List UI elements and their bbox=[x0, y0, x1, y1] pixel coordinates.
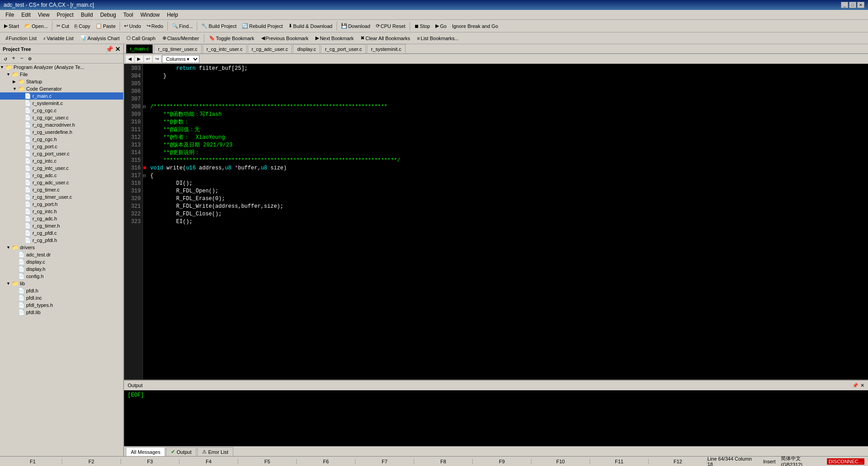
class-member-button[interactable]: ⊕ Class/Member bbox=[159, 33, 203, 43]
next-bookmark-button[interactable]: ▶ Next Bookmark bbox=[312, 33, 357, 43]
menu-item-tool[interactable]: Tool bbox=[120, 10, 137, 20]
tree-item-drivers[interactable]: ▼📁drivers bbox=[0, 244, 123, 251]
tree-item-r_cg_pfdl-h[interactable]: 📄r_cg_pfdl.h bbox=[0, 237, 123, 244]
previous-bookmark-button[interactable]: ◀ Previous Bookmark bbox=[258, 33, 312, 43]
tree-item-r_cg_macrodriver-h[interactable]: 📄r_cg_macrodriver.h bbox=[0, 121, 123, 128]
menu-item-build[interactable]: Build bbox=[77, 10, 97, 20]
fkey-f7[interactable]: F7 bbox=[356, 459, 414, 464]
ignore-break-button[interactable]: Ignore Break and Go bbox=[450, 21, 500, 32]
tree-pin-btn[interactable]: 📌 bbox=[106, 46, 113, 53]
tree-item-r_cg_timer_user-c[interactable]: 📄r_cg_timer_user.c bbox=[0, 193, 123, 201]
tree-item-display-c[interactable]: 📄display.c bbox=[0, 258, 123, 265]
tree-item-r_cg_timer-h[interactable]: 📄r_cg_timer.h bbox=[0, 222, 123, 229]
redo-button[interactable]: ↪ Redo bbox=[144, 21, 166, 32]
tree-item-r_cg_intc-c[interactable]: 📄r_cg_intc.c bbox=[0, 157, 123, 164]
output-tab-error-list[interactable]: ⚠Error List bbox=[197, 447, 233, 456]
fkey-f8[interactable]: F8 bbox=[414, 459, 473, 464]
variable-list-button[interactable]: 𝑥 Variable List bbox=[40, 33, 77, 43]
menu-item-file[interactable]: File bbox=[2, 10, 18, 20]
tree-item-r_cg_port_user-c[interactable]: 📄r_cg_port_user.c bbox=[0, 150, 123, 157]
download-button[interactable]: 💾 Download bbox=[339, 21, 373, 32]
menu-item-window[interactable]: Window bbox=[137, 10, 163, 20]
tree-item-r_cg_pfdl-c[interactable]: 📄r_cg_pfdl.c bbox=[0, 229, 123, 237]
tree-item-r_systeminit-c[interactable]: 📄r_systeminit.c bbox=[0, 100, 123, 107]
stop-button[interactable]: ⏹ Stop bbox=[412, 21, 433, 32]
tree-item-Code-Generator[interactable]: ▼📁Code Generator bbox=[0, 85, 123, 92]
fkey-f2[interactable]: F2 bbox=[62, 459, 121, 464]
output-tab-output[interactable]: ✔Output bbox=[166, 447, 196, 456]
menu-item-debug[interactable]: Debug bbox=[97, 10, 120, 20]
tab-r_cg_adc_user-c[interactable]: r_cg_adc_user.c bbox=[248, 44, 292, 53]
tree-item-r_cg_adc_user-c[interactable]: 📄r_cg_adc_user.c bbox=[0, 179, 123, 186]
clear-all-bookmarks-button[interactable]: ✖ Clear All Bookmarks bbox=[357, 33, 413, 43]
tree-item-r_cg_port-c[interactable]: 📄r_cg_port.c bbox=[0, 143, 123, 150]
tree-item-r_cg_port-h[interactable]: 📄r_cg_port.h bbox=[0, 201, 123, 208]
tab-r_systeminit-c[interactable]: r_systeminit.c bbox=[367, 44, 405, 53]
menu-item-project[interactable]: Project bbox=[53, 10, 77, 20]
cpu-reset-button[interactable]: ⟳ CPU Reset bbox=[374, 21, 408, 32]
tree-item-pfdl-lib[interactable]: 📄pfdl.lib bbox=[0, 309, 123, 316]
app-close-btn[interactable]: ✕ bbox=[857, 2, 864, 8]
tree-item-r_cg_cgc-h[interactable]: 📄r_cg_cgc.h bbox=[0, 136, 123, 143]
function-list-button[interactable]: Ⅎ Function List bbox=[2, 33, 40, 43]
fkey-f5[interactable]: F5 bbox=[238, 459, 297, 464]
menu-item-help[interactable]: Help bbox=[163, 10, 182, 20]
tree-item-pfdl-inc[interactable]: 📄pfdl.inc bbox=[0, 294, 123, 302]
fkey-f3[interactable]: F3 bbox=[121, 459, 180, 464]
menu-item-edit[interactable]: Edit bbox=[18, 10, 34, 20]
output-close-btn[interactable]: ✕ bbox=[860, 383, 864, 388]
fkey-f10[interactable]: F10 bbox=[531, 459, 590, 464]
code-redo-btn[interactable]: ↪ bbox=[153, 55, 161, 62]
tree-item-display-h[interactable]: 📄display.h bbox=[0, 265, 123, 273]
copy-button[interactable]: ⎘ Copy bbox=[72, 21, 92, 32]
tree-btn-2[interactable]: + bbox=[10, 55, 17, 62]
menu-item-view[interactable]: View bbox=[34, 10, 53, 20]
output-pin-btn[interactable]: 📌 bbox=[852, 383, 859, 388]
cut-button[interactable]: ✂ Cut bbox=[54, 21, 71, 32]
fkey-f9[interactable]: F9 bbox=[473, 459, 531, 464]
tree-item-adc_test-dr[interactable]: 📄adc_test.dr bbox=[0, 251, 123, 258]
find-button[interactable]: 🔍 Find... bbox=[170, 21, 195, 32]
tree-item-r_main-c[interactable]: 📄r_main.c bbox=[0, 92, 123, 100]
tree-item-r_cg_adc-h[interactable]: 📄r_cg_adc.h bbox=[0, 215, 123, 222]
tree-item-r_cg_intc-h[interactable]: 📄r_cg_intc.h bbox=[0, 208, 123, 215]
analysis-chart-button[interactable]: 📊 Analysis Chart bbox=[77, 33, 123, 43]
tree-item-r_cg_cgc-c[interactable]: 📄r_cg_cgc.c bbox=[0, 107, 123, 114]
fkey-f11[interactable]: F11 bbox=[590, 459, 649, 464]
output-tab-all-messages[interactable]: All Messages bbox=[126, 447, 165, 456]
tab-display-c[interactable]: display.c bbox=[293, 44, 320, 53]
tree-btn-3[interactable]: − bbox=[18, 55, 25, 62]
tree-item-Program-Analyzer-(Analyze-Te---[interactable]: ▼📁Program Analyzer (Analyze Te... bbox=[0, 64, 123, 71]
undo-button[interactable]: ↩ Undo bbox=[122, 21, 143, 32]
fkey-f6[interactable]: F6 bbox=[297, 459, 356, 464]
app-maximize-btn[interactable]: □ bbox=[849, 2, 856, 8]
call-graph-button[interactable]: ⬡ Call Graph bbox=[123, 33, 159, 43]
go-button[interactable]: ▶ Go bbox=[433, 21, 449, 32]
rebuild-project-button[interactable]: 🔄 Rebuild Project bbox=[240, 21, 285, 32]
tree-item-r_cg_cgc_user-c[interactable]: 📄r_cg_cgc_user.c bbox=[0, 114, 123, 121]
fkey-f12[interactable]: F12 bbox=[649, 459, 707, 464]
tree-item-pfdl-h[interactable]: 📄pfdl.h bbox=[0, 287, 123, 294]
tab-r_main-c[interactable]: r_main.c bbox=[126, 44, 153, 53]
code-undo-btn[interactable]: ↩ bbox=[144, 55, 152, 62]
list-bookmarks-button[interactable]: ≡ List Bookmarks... bbox=[414, 33, 462, 43]
tree-close-btn[interactable]: ✕ bbox=[115, 46, 120, 53]
tree-item-r_cg_intc_user-c[interactable]: 📄r_cg_intc_user.c bbox=[0, 164, 123, 172]
code-content[interactable]: return filter_buf[25]; }/***************… bbox=[148, 64, 868, 379]
tab-r_cg_port_user-c[interactable]: r_cg_port_user.c bbox=[321, 44, 366, 53]
app-minimize-btn[interactable]: _ bbox=[841, 2, 848, 8]
tree-item-r_cg_timer-c[interactable]: 📄r_cg_timer.c bbox=[0, 186, 123, 193]
code-forward-btn[interactable]: ▶ bbox=[135, 55, 143, 62]
tree-item-config-h[interactable]: 📄config.h bbox=[0, 273, 123, 280]
tree-item-pfdl_types-h[interactable]: 📄pfdl_types.h bbox=[0, 302, 123, 309]
columns-select[interactable]: Columns ▾ bbox=[162, 55, 199, 63]
toggle-bookmark-button[interactable]: 🔖 Toggle Bookmark bbox=[206, 33, 258, 43]
tree-item-lib[interactable]: ▼📁lib bbox=[0, 280, 123, 287]
tree-item-r_cg_adc-c[interactable]: 📄r_cg_adc.c bbox=[0, 172, 123, 179]
tree-btn-4[interactable]: ⚙ bbox=[26, 55, 33, 62]
open-button[interactable]: 📂 Open... bbox=[22, 21, 50, 32]
tree-item-Startup[interactable]: ▶📁Startup bbox=[0, 78, 123, 85]
build-project-button[interactable]: 🔧 Build Project bbox=[199, 21, 239, 32]
tree-item-File[interactable]: ▼📁File bbox=[0, 71, 123, 78]
fkey-f1[interactable]: F1 bbox=[4, 459, 62, 464]
